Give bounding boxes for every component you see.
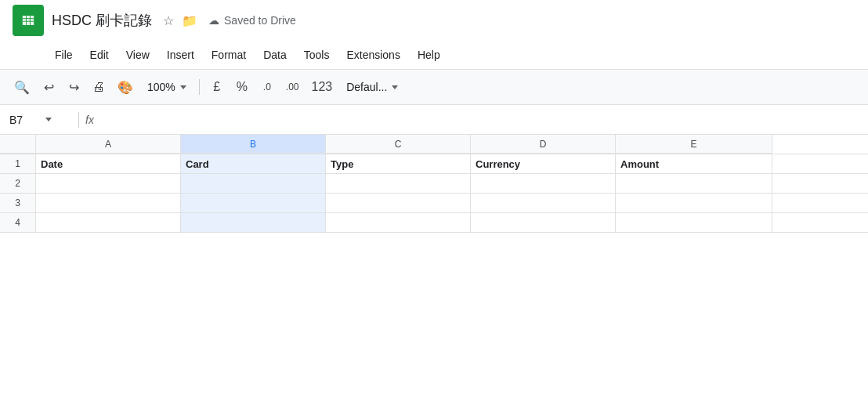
table-row: 4 [0,213,868,233]
table-row: 2 [0,174,868,194]
menu-view[interactable]: View [118,45,157,64]
cell-reference: B7 [9,114,72,126]
document-title: HSDC 刷卡記錄 [52,11,152,30]
menu-insert[interactable]: Insert [159,45,202,64]
svg-rect-1 [23,16,34,25]
formula-bar: B7 fx [0,105,868,135]
menu-format[interactable]: Format [204,45,254,64]
star-icon[interactable]: ☆ [163,13,174,28]
zoom-value: 100% [147,81,175,93]
undo-button[interactable]: ↩ [38,76,60,98]
toolbar-separator-1 [199,79,200,95]
cell-d1[interactable]: Currency [471,154,616,173]
cell-b3[interactable] [181,194,326,212]
cell-c4[interactable] [326,213,471,232]
col-header-a[interactable]: A [36,135,181,154]
search-button[interactable]: 🔍 [9,76,34,98]
decimal-more-button[interactable]: .00 [281,76,304,98]
font-format-dropdown[interactable]: Defaul... [340,78,404,96]
paint-format-button[interactable]: 🎨 [113,76,138,98]
cell-a4[interactable] [36,213,181,232]
table-row: 1 Date Card Type Currency Amount [0,154,868,174]
number-format-button[interactable]: 123 [307,76,338,98]
row-header-4[interactable]: 4 [0,213,36,232]
table-row: 3 [0,194,868,213]
cell-e4[interactable] [616,213,772,232]
zoom-dropdown-icon [180,85,186,89]
cell-e3[interactable] [616,194,772,212]
fx-label: fx [85,114,94,126]
zoom-control[interactable]: 100% [141,78,193,96]
cell-ref-value: B7 [9,114,41,126]
title-bar: HSDC 刷卡記錄 ☆ 📁 ☁ Saved to Drive [0,0,868,41]
cell-d2[interactable] [471,174,616,193]
cell-a2[interactable] [36,174,181,193]
cell-e1[interactable]: Amount [616,154,772,173]
cell-e2[interactable] [616,174,772,193]
cell-ref-dropdown-icon[interactable] [45,118,52,121]
col-header-e[interactable]: E [616,135,772,154]
cell-a1[interactable]: Date [36,154,181,173]
row-header-1[interactable]: 1 [0,154,36,173]
row-header-2[interactable]: 2 [0,174,36,193]
cell-d3[interactable] [471,194,616,212]
folder-icon[interactable]: 📁 [182,13,197,28]
cell-a3[interactable] [36,194,181,212]
font-format-dropdown-icon [392,85,398,89]
cell-c3[interactable] [326,194,471,212]
cell-c2[interactable] [326,174,471,193]
formula-separator [78,112,79,128]
menu-tools[interactable]: Tools [296,45,338,64]
app-icon [13,5,44,36]
menu-data[interactable]: Data [255,45,295,64]
toolbar: 🔍 ↩ ↪ 🖨 🎨 100% £ % .0 .00 123 Defaul... [0,69,868,105]
cell-b4[interactable] [181,213,326,232]
currency-button[interactable]: £ [206,76,228,98]
cell-d4[interactable] [471,213,616,232]
menu-bar: File Edit View Insert Format Data Tools … [0,41,868,69]
spreadsheet-grid: A B C D E 1 Date Card Type Currency Amou… [0,135,868,233]
cell-b1[interactable]: Card [181,154,326,173]
print-button[interactable]: 🖨 [88,76,110,98]
col-header-d[interactable]: D [471,135,616,154]
menu-extensions[interactable]: Extensions [338,45,407,64]
saved-status: ☁ Saved to Drive [208,14,296,27]
percent-button[interactable]: % [231,76,253,98]
menu-help[interactable]: Help [410,45,448,64]
cell-c1[interactable]: Type [326,154,471,173]
menu-edit[interactable]: Edit [82,45,117,64]
row-header-3[interactable]: 3 [0,194,36,212]
title-actions: ☆ 📁 ☁ Saved to Drive [163,13,296,28]
column-headers: A B C D E [0,135,868,154]
corner-cell[interactable] [0,135,36,154]
col-header-c[interactable]: C [326,135,471,154]
cloud-icon: ☁ [208,14,219,27]
col-header-b[interactable]: B [181,135,326,154]
decimal-less-button[interactable]: .0 [256,76,278,98]
redo-button[interactable]: ↪ [63,76,85,98]
cell-b2[interactable] [181,174,326,193]
menu-file[interactable]: File [47,45,81,64]
